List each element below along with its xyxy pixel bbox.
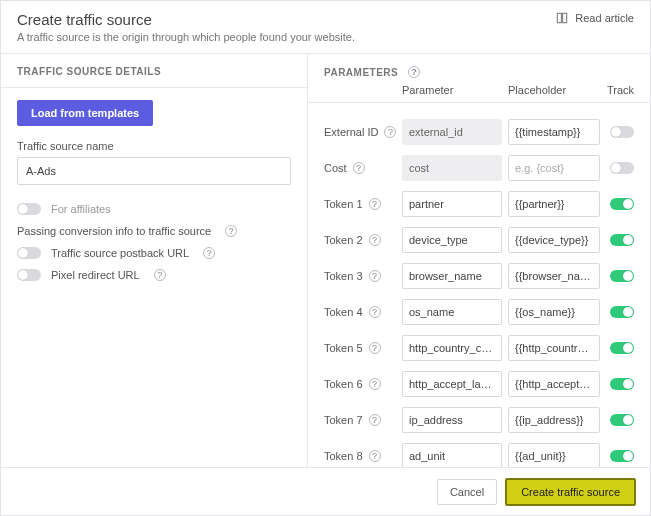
param-label: Token 4 [324, 306, 363, 318]
passing-info-title: Passing conversion info to traffic sourc… [17, 225, 211, 237]
page-title: Create traffic source [17, 11, 355, 28]
track-toggle[interactable] [610, 126, 634, 138]
param-row: Token 5? [308, 330, 650, 366]
parameter-input[interactable] [402, 299, 502, 325]
param-label: Token 1 [324, 198, 363, 210]
help-icon[interactable]: ? [369, 306, 381, 318]
track-toggle[interactable] [610, 306, 634, 318]
help-icon[interactable]: ? [203, 247, 215, 259]
help-icon[interactable]: ? [408, 66, 420, 78]
param-row: Token 1? [308, 186, 650, 222]
param-row: External ID? [308, 114, 650, 150]
track-toggle[interactable] [610, 414, 634, 426]
param-label: Token 7 [324, 414, 363, 426]
pixel-label: Pixel redirect URL [51, 269, 140, 281]
placeholder-input[interactable] [508, 299, 600, 325]
parameter-input [402, 119, 502, 145]
parameter-input[interactable] [402, 371, 502, 397]
col-track: Track [600, 84, 634, 96]
parameter-input [402, 155, 502, 181]
affiliates-toggle[interactable] [17, 203, 41, 215]
placeholder-input[interactable] [508, 263, 600, 289]
placeholder-input[interactable] [508, 443, 600, 467]
placeholder-input[interactable] [508, 155, 600, 181]
help-icon[interactable]: ? [369, 378, 381, 390]
param-label: Cost [324, 162, 347, 174]
help-icon[interactable]: ? [369, 342, 381, 354]
parameter-list[interactable]: External ID?Cost?Token 1?Token 2?Token 3… [308, 114, 650, 467]
help-icon[interactable]: ? [384, 126, 396, 138]
read-article-link[interactable]: Read article [555, 11, 634, 25]
page-subtitle: A traffic source is the origin through w… [17, 31, 355, 43]
track-toggle[interactable] [610, 342, 634, 354]
param-label: Token 2 [324, 234, 363, 246]
source-name-input[interactable] [17, 157, 291, 185]
help-icon[interactable]: ? [369, 270, 381, 282]
parameter-input[interactable] [402, 407, 502, 433]
parameter-input[interactable] [402, 191, 502, 217]
left-section-title: TRAFFIC SOURCE DETAILS [1, 54, 307, 88]
track-toggle[interactable] [610, 378, 634, 390]
book-icon [555, 11, 569, 25]
track-toggle[interactable] [610, 162, 634, 174]
track-toggle[interactable] [610, 270, 634, 282]
right-section-title: PARAMETERS [324, 67, 398, 78]
help-icon[interactable]: ? [353, 162, 365, 174]
param-row: Cost? [308, 150, 650, 186]
param-row: Token 4? [308, 294, 650, 330]
parameter-input[interactable] [402, 227, 502, 253]
param-row: Token 2? [308, 222, 650, 258]
col-placeholder: Placeholder [508, 84, 600, 96]
col-parameter: Parameter [402, 84, 502, 96]
affiliates-label: For affiliates [51, 203, 111, 215]
placeholder-input[interactable] [508, 335, 600, 361]
param-label: Token 6 [324, 378, 363, 390]
param-label: Token 8 [324, 450, 363, 462]
cancel-button[interactable]: Cancel [437, 479, 497, 505]
parameter-input[interactable] [402, 443, 502, 467]
param-row: Token 6? [308, 366, 650, 402]
placeholder-input[interactable] [508, 119, 600, 145]
read-article-label: Read article [575, 12, 634, 24]
parameter-input[interactable] [402, 335, 502, 361]
param-label: External ID [324, 126, 378, 138]
param-row: Token 7? [308, 402, 650, 438]
track-toggle[interactable] [610, 450, 634, 462]
track-toggle[interactable] [610, 234, 634, 246]
param-label: Token 5 [324, 342, 363, 354]
param-label: Token 3 [324, 270, 363, 282]
source-name-label: Traffic source name [17, 140, 291, 152]
placeholder-input[interactable] [508, 191, 600, 217]
placeholder-input[interactable] [508, 227, 600, 253]
help-icon[interactable]: ? [154, 269, 166, 281]
placeholder-input[interactable] [508, 407, 600, 433]
postback-toggle[interactable] [17, 247, 41, 259]
help-icon[interactable]: ? [369, 198, 381, 210]
track-toggle[interactable] [610, 198, 634, 210]
load-templates-button[interactable]: Load from templates [17, 100, 153, 126]
help-icon[interactable]: ? [369, 414, 381, 426]
param-row: Token 8? [308, 438, 650, 467]
help-icon[interactable]: ? [369, 234, 381, 246]
pixel-toggle[interactable] [17, 269, 41, 281]
help-icon[interactable]: ? [369, 450, 381, 462]
placeholder-input[interactable] [508, 371, 600, 397]
param-row: Token 3? [308, 258, 650, 294]
create-button[interactable]: Create traffic source [505, 478, 636, 506]
parameter-input[interactable] [402, 263, 502, 289]
help-icon[interactable]: ? [225, 225, 237, 237]
postback-label: Traffic source postback URL [51, 247, 189, 259]
